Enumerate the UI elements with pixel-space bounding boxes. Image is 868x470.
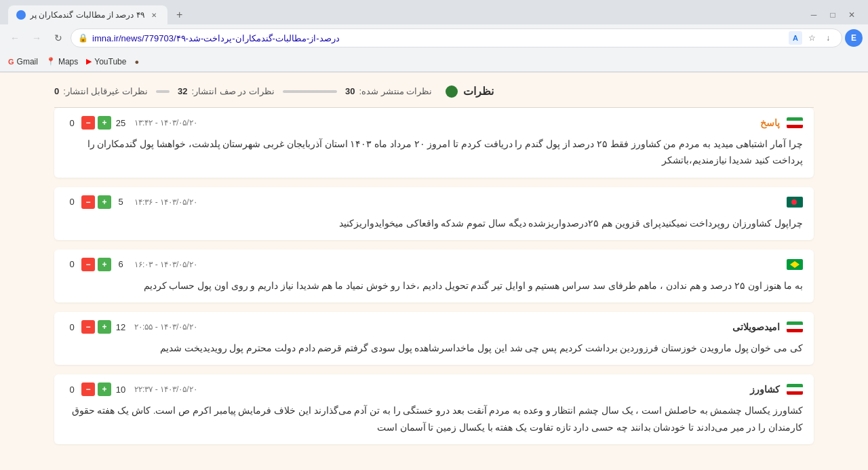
comment-meta-left-3: ۱۴۰۳/۰۵/۲۰ - ۱۶:۰۳ 6 + − 0 <box>65 258 197 271</box>
comment-meta-left-4: ۱۴۰۳/۰۵/۲۰ - ۲۰:۵۵ 12 + − 0 <box>65 320 197 334</box>
bookmark-star-icon[interactable]: ☆ <box>805 31 818 45</box>
vote-section-3: 6 + − 0 <box>65 258 127 271</box>
comment-flag-4 <box>787 321 803 332</box>
comment-author-1: پاسخ <box>760 117 780 128</box>
comment-card-4: امیدصویلاتی ۱۴۰۳/۰۵/۲۰ - ۲۰:۵۵ 12 + − 0 … <box>54 312 814 365</box>
minimize-button[interactable]: ─ <box>806 7 822 23</box>
browser-chrome: ۴۹ درصد از مطالبات گندمکاران پر ✕ + ─ □ … <box>0 0 868 73</box>
comment-card-3: ۱۴۰۳/۰۵/۲۰ - ۱۶:۰۳ 6 + − 0 به ما هنوز او… <box>54 250 814 302</box>
tab-favicon <box>16 10 26 20</box>
vote-neutral-count-4: 0 <box>65 322 79 332</box>
vote-neutral-count-2: 0 <box>65 197 79 207</box>
comment-text-1: چرا آمار اشتباهی میدید به مردم من کشاورز… <box>65 136 803 170</box>
close-window-button[interactable]: ✕ <box>844 7 860 23</box>
vote-up-button-2[interactable]: + <box>98 195 111 209</box>
bookmark-extra[interactable]: ● <box>134 58 139 66</box>
vote-up-button-4[interactable]: + <box>98 320 111 334</box>
vote-up-button-5[interactable]: + <box>98 383 111 396</box>
bookmark-youtube-label: YouTube <box>94 57 126 66</box>
tab-close-button[interactable]: ✕ <box>149 9 159 20</box>
comment-meta-left-2: ۱۴۰۳/۰۵/۲۰ - ۱۴:۳۶ 5 + − 0 <box>65 195 197 209</box>
browser-tab[interactable]: ۴۹ درصد از مطالبات گندمکاران پر ✕ <box>8 5 167 24</box>
vote-up-count-4: 12 <box>114 322 127 332</box>
vote-up-button-3[interactable]: + <box>98 258 111 271</box>
comment-text-2: چراپول کشاورزان روپرداخت نمیکنیدپرای قزو… <box>65 216 803 232</box>
vote-section-1: 25 + − 0 <box>65 116 127 130</box>
vote-section-5: 10 + − 0 <box>65 383 127 396</box>
comment-meta-left-5: ۱۴۰۳/۰۵/۲۰ - ۲۲:۳۷ 10 + − 0 <box>65 383 197 396</box>
comment-meta-right-1: پاسخ <box>760 117 803 128</box>
comment-meta-right-5: کشاورز <box>750 384 803 395</box>
vote-down-button-3[interactable]: − <box>81 258 95 271</box>
bookmark-maps[interactable]: 📍 Maps <box>46 57 78 66</box>
vote-neutral-count-1: 0 <box>65 118 79 128</box>
address-bar-icons: A ☆ ↓ <box>789 31 835 45</box>
comment-flag-1 <box>787 117 803 128</box>
comment-meta-right-2 <box>780 197 803 208</box>
comment-meta-3: ۱۴۰۳/۰۵/۲۰ - ۱۶:۰۳ 6 + − 0 <box>65 258 803 271</box>
bookmarks-bar: G Gmail 📍 Maps ▶ YouTube ● <box>0 52 868 72</box>
vote-neutral-count-5: 0 <box>65 385 79 395</box>
vote-section-2: 5 + − 0 <box>65 195 127 209</box>
spam-label: نظرات غیرقابل انتشار: <box>63 86 148 96</box>
vote-up-button-1[interactable]: + <box>98 116 111 130</box>
comment-meta-2: ۱۴۰۳/۰۵/۲۰ - ۱۴:۳۶ 5 + − 0 <box>65 195 803 209</box>
comment-meta-5: کشاورز ۱۴۰۳/۰۵/۲۰ - ۲۲:۳۷ 10 + − 0 <box>65 383 803 396</box>
spam-value: 0 <box>54 86 59 96</box>
gmail-icon: G <box>8 58 14 66</box>
bookmark-maps-label: Maps <box>58 57 78 66</box>
comment-meta-right-3 <box>780 259 803 270</box>
vote-down-button-2[interactable]: − <box>81 195 95 209</box>
back-button[interactable]: ← <box>5 28 24 47</box>
comment-flag-5 <box>787 384 803 395</box>
comment-card-5: کشاورز ۱۴۰۳/۰۵/۲۰ - ۲۲:۳۷ 10 + − 0 کشاور… <box>54 374 814 444</box>
title-bar: ۴۹ درصد از مطالبات گندمکاران پر ✕ + ─ □ … <box>0 0 868 24</box>
comment-timestamp-1: ۱۴۰۳/۰۵/۲۰ - ۱۳:۴۲ <box>134 118 197 128</box>
window-controls: ─ □ ✕ <box>806 7 860 23</box>
vote-up-count-3: 6 <box>114 259 127 269</box>
navigation-bar: ← → ↻ 🔒 imna.ir/news/779703/۴۹-درصد-از-م… <box>0 24 868 52</box>
page-content: نظرات نظرات منتشر شده: 30 نظرات در صف ان… <box>0 73 868 470</box>
vote-down-button-1[interactable]: − <box>81 116 95 130</box>
download-icon[interactable]: ↓ <box>821 31 835 45</box>
bookmark-gmail[interactable]: G Gmail <box>8 57 38 66</box>
extra-bookmark-icon: ● <box>134 58 139 66</box>
address-text: imna.ir/news/779703/۴۹-درصد-از-مطالبات-گ… <box>92 33 785 43</box>
comment-timestamp-3: ۱۴۰۳/۰۵/۲۰ - ۱۶:۰۳ <box>134 260 197 269</box>
tab-title-text: ۴۹ درصد از مطالبات گندمکاران پر <box>30 10 144 20</box>
queue-label: نظرات در صف انتشار: <box>192 86 275 96</box>
comment-timestamp-5: ۱۴۰۳/۰۵/۲۰ - ۲۲:۳۷ <box>134 385 197 394</box>
vote-down-button-5[interactable]: − <box>81 383 95 396</box>
comment-meta-1: پاسخ ۱۴۰۳/۰۵/۲۰ - ۱۳:۴۲ 25 + − 0 <box>65 116 803 130</box>
profile-avatar[interactable]: E <box>845 29 863 47</box>
comment-stats: نظرات منتشر شده: 30 نظرات در صف انتشار: … <box>54 86 432 96</box>
forward-button[interactable]: → <box>27 28 46 47</box>
vote-neutral-count-3: 0 <box>65 259 79 269</box>
comments-header: نظرات نظرات منتشر شده: 30 نظرات در صف ان… <box>54 79 814 108</box>
comments-status-dot <box>446 85 458 98</box>
new-tab-button[interactable]: + <box>172 7 188 23</box>
comment-meta-right-4: امیدصویلاتی <box>732 321 803 332</box>
youtube-icon: ▶ <box>86 57 92 66</box>
comment-text-4: کی می خوان پول مارویدن خوزستان فرزوردین … <box>65 340 803 357</box>
comment-author-4: امیدصویلاتی <box>732 321 780 332</box>
published-value: 30 <box>345 86 355 96</box>
comment-flag-2 <box>787 197 803 208</box>
address-bar[interactable]: 🔒 imna.ir/news/779703/۴۹-درصد-از-مطالبات… <box>71 28 842 47</box>
vote-up-count-2: 5 <box>114 197 127 207</box>
comment-card-1: پاسخ ۱۴۰۳/۰۵/۲۰ - ۱۳:۴۲ 25 + − 0 چرا آما… <box>54 108 814 178</box>
comment-meta-4: امیدصویلاتی ۱۴۰۳/۰۵/۲۰ - ۲۰:۵۵ 12 + − 0 <box>65 320 803 334</box>
security-icon: 🔒 <box>78 33 88 43</box>
maps-icon: 📍 <box>46 57 56 66</box>
vote-up-count-1: 25 <box>114 118 127 128</box>
comment-meta-left-1: ۱۴۰۳/۰۵/۲۰ - ۱۳:۴۲ 25 + − 0 <box>65 116 197 130</box>
bookmark-youtube[interactable]: ▶ YouTube <box>86 57 126 66</box>
comment-flag-3 <box>787 259 803 270</box>
bookmark-gmail-label: Gmail <box>17 57 38 66</box>
comment-text-3: به ما هنوز اون ۲۵ درصد و هم ندادن ، ماهم… <box>65 278 803 294</box>
translate-icon[interactable]: A <box>789 31 802 45</box>
vote-up-count-5: 10 <box>114 385 127 395</box>
refresh-button[interactable]: ↻ <box>49 28 68 47</box>
maximize-button[interactable]: □ <box>825 7 841 23</box>
vote-down-button-4[interactable]: − <box>81 320 95 334</box>
